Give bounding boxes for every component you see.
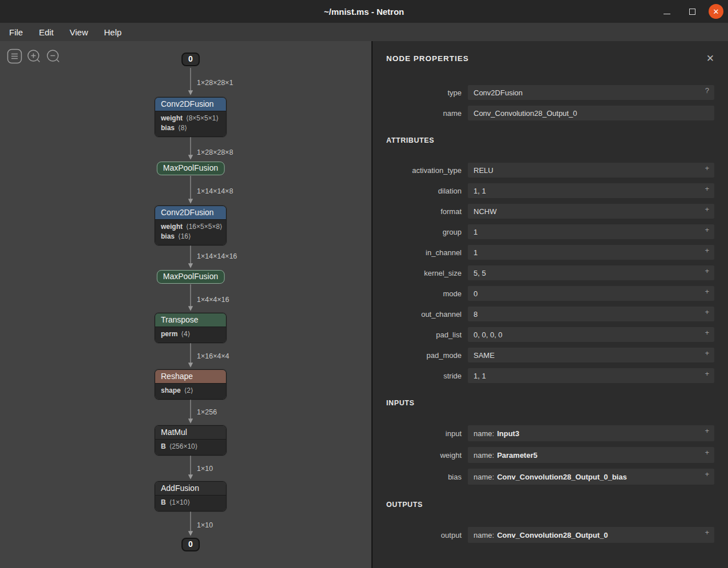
name-row: name Conv_Convolution28_Output_0 (386, 106, 714, 120)
type-help-icon[interactable]: ? (705, 87, 709, 94)
menu-file[interactable]: File (1, 25, 31, 39)
minimize-icon (664, 14, 670, 14)
graph-node-transpose[interactable]: Transpose perm⟨4⟩ (155, 313, 227, 343)
graph-node-conv2dfusion-2[interactable]: Conv2DFusion weight⟨16×5×5×8⟩ bias⟨16⟩ (155, 206, 227, 245)
node-title[interactable]: Conv2DFusion (155, 206, 226, 219)
output-value-box[interactable]: name: Conv_Convolution28_Output_0 + (468, 527, 714, 543)
graph-node-matmul[interactable]: MatMul B⟨256×10⟩ (155, 425, 227, 456)
expand-icon[interactable]: + (705, 449, 709, 456)
node-title[interactable]: Transpose (155, 313, 226, 327)
name-value: Conv_Convolution28_Output_0 (474, 109, 577, 118)
graph-output-node[interactable]: 0 (181, 538, 200, 551)
expand-icon[interactable]: + (705, 185, 709, 192)
attribute-value: NCHW (474, 207, 496, 216)
maximize-icon (689, 9, 695, 15)
field-label: stride (386, 372, 462, 380)
expand-icon[interactable]: + (705, 206, 709, 213)
graph-node-addfusion[interactable]: AddFusion B⟨1×10⟩ (155, 481, 227, 511)
maximize-button[interactable] (683, 3, 701, 20)
attr-value: ⟨8×5×5×1⟩ (186, 114, 219, 122)
expand-icon[interactable]: + (705, 427, 709, 434)
zoom-out-button[interactable] (46, 49, 61, 64)
input-value-box[interactable]: name: Conv_Convolution28_Output_0_bias + (468, 469, 714, 485)
field-label: weight (386, 451, 462, 460)
field-label: pad_list (386, 331, 462, 339)
name-prefix: name: (474, 451, 494, 460)
expand-icon[interactable]: + (705, 349, 709, 357)
attribute-row: kernel_size 5, 5+ (386, 265, 714, 280)
node-title[interactable]: Conv2DFusion (155, 98, 226, 111)
attribute-value-box[interactable]: 0, 0, 0, 0+ (468, 327, 714, 342)
attribute-row: out_channel 8+ (386, 307, 714, 321)
field-label: activation_type (386, 166, 462, 175)
attr-value: ⟨2⟩ (184, 386, 193, 394)
name-prefix: name: (474, 429, 494, 438)
expand-icon[interactable]: + (705, 247, 709, 254)
zoom-in-button[interactable] (26, 49, 42, 64)
attribute-value-box[interactable]: NCHW+ (468, 204, 714, 219)
sidebar-menu-button[interactable] (7, 49, 22, 64)
input-value-box[interactable]: name: Parameter5 + (468, 447, 714, 463)
edge-label: 1×14×14×16 (197, 252, 237, 260)
field-label: out_channel (386, 310, 462, 319)
node-attr: shape⟨2⟩ (161, 386, 220, 396)
attribute-value-box[interactable]: 8+ (468, 307, 714, 321)
graph-toolbar (7, 49, 61, 64)
attribute-value-box[interactable]: 0+ (468, 286, 714, 301)
node-attr: weight⟨8×5×5×1⟩ (161, 114, 220, 123)
close-button[interactable]: ✕ (709, 4, 723, 19)
input-name: Conv_Convolution28_Output_0_bias (497, 473, 627, 481)
attribute-value-box[interactable]: 1+ (468, 224, 714, 239)
input-value-box[interactable]: name: Input3 + (468, 425, 714, 441)
graph-canvas[interactable]: 0 1×28×28×1 1×28×28×8 1×14×14×8 1×14×14×… (0, 41, 371, 568)
attribute-value-box[interactable]: 5, 5+ (468, 265, 714, 280)
graph-node-maxpoolfusion-2[interactable]: MaxPoolFusion (157, 270, 225, 284)
menu-help[interactable]: Help (96, 25, 130, 39)
expand-icon[interactable]: + (705, 370, 709, 377)
minimize-button[interactable] (658, 3, 676, 20)
node-attrs: B⟨1×10⟩ (155, 495, 226, 511)
titlebar: ~/mnist.ms - Netron ✕ (0, 0, 728, 23)
menu-edit[interactable]: Edit (31, 25, 62, 39)
expand-icon[interactable]: + (705, 288, 709, 295)
input-row: input name: Input3 + (386, 425, 714, 441)
input-name: Parameter5 (497, 451, 537, 460)
node-attrs: weight⟨8×5×5×1⟩ bias⟨8⟩ (155, 111, 226, 136)
name-value-box[interactable]: Conv_Convolution28_Output_0 (468, 106, 714, 120)
attr-value: ⟨4⟩ (181, 330, 190, 338)
node-title[interactable]: Reshape (155, 370, 226, 383)
node-attr: B⟨1×10⟩ (161, 498, 220, 507)
expand-icon[interactable]: + (705, 308, 709, 316)
expand-icon[interactable]: + (705, 226, 709, 233)
node-title[interactable]: MatMul (155, 426, 226, 439)
attribute-value-box[interactable]: SAME+ (468, 348, 714, 362)
attribute-value-box[interactable]: 1, 1+ (468, 183, 714, 198)
graph-node-reshape[interactable]: Reshape shape⟨2⟩ (155, 369, 227, 400)
graph-input-node[interactable]: 0 (181, 53, 200, 66)
graph-node-conv2dfusion-1[interactable]: Conv2DFusion weight⟨8×5×5×1⟩ bias⟨8⟩ (155, 97, 227, 137)
node-attr: perm⟨4⟩ (161, 329, 220, 339)
attribute-value-box[interactable]: 1, 1+ (468, 368, 714, 383)
graph-node-maxpoolfusion-1[interactable]: MaxPoolFusion (157, 162, 225, 175)
type-value-box[interactable]: Conv2DFusion ? (468, 85, 714, 100)
edge-label: 1×10 (197, 521, 213, 529)
attribute-value: 1 (474, 228, 478, 236)
attribute-row: in_channel 1+ (386, 245, 714, 260)
expand-icon[interactable]: + (705, 164, 709, 172)
input-row: bias name: Conv_Convolution28_Output_0_b… (386, 469, 714, 485)
expand-icon[interactable]: + (705, 267, 709, 275)
attr-key: weight (161, 223, 183, 231)
attr-value: ⟨16×5×5×8⟩ (186, 223, 223, 231)
field-label: bias (386, 473, 462, 481)
panel-close-icon[interactable]: ✕ (706, 54, 714, 63)
close-icon: ✕ (713, 7, 719, 16)
attribute-value-box[interactable]: 1+ (468, 245, 714, 260)
attr-key: B (161, 498, 166, 506)
attribute-value-box[interactable]: RELU+ (468, 163, 714, 178)
expand-icon[interactable]: + (705, 329, 709, 336)
menu-view[interactable]: View (62, 25, 96, 39)
expand-icon[interactable]: + (705, 529, 709, 536)
zoom-in-icon (26, 49, 42, 64)
node-title[interactable]: AddFusion (155, 482, 226, 495)
expand-icon[interactable]: + (705, 470, 709, 478)
